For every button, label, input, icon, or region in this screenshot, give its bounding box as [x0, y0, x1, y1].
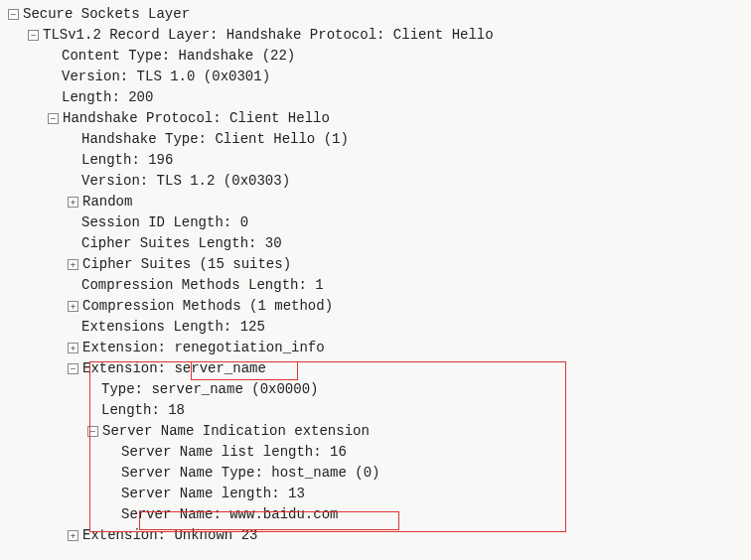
label: Length: 200 — [62, 87, 153, 108]
label: Version: TLS 1.2 (0x0303) — [81, 171, 290, 192]
tree-row-sni-list-len[interactable]: Server Name list length: 16 — [0, 442, 751, 463]
label: Server Name: www.baidu.com — [121, 504, 338, 525]
tree-row-handshake-version[interactable]: Version: TLS 1.2 (0x0303) — [0, 171, 751, 192]
tree-row-random[interactable]: + Random — [0, 192, 751, 212]
label-prefix: Extension: — [82, 358, 174, 379]
tree-row-sni-name-type[interactable]: Server Name Type: host_name (0) — [0, 463, 751, 484]
label: Cipher Suites Length: 30 — [81, 233, 282, 254]
tree-row-sni-name-value[interactable]: Server Name: www.baidu.com — [0, 504, 751, 525]
collapse-icon[interactable]: − — [48, 113, 59, 124]
tree-row-ext-unknown[interactable]: + Extension: Unknown 23 — [0, 525, 751, 546]
label: Server Name Indication extension — [102, 421, 370, 442]
expand-icon[interactable]: + — [68, 259, 78, 270]
collapse-icon[interactable]: − — [28, 30, 39, 41]
tree-row-handshake-type[interactable]: Handshake Type: Client Hello (1) — [0, 129, 751, 150]
collapse-icon[interactable]: − — [68, 363, 78, 374]
expand-icon[interactable]: + — [68, 530, 78, 541]
tree-row-sni-ext[interactable]: − Server Name Indication extension — [0, 421, 751, 442]
label: Handshake Type: Client Hello (1) — [81, 129, 349, 150]
tree-row-record-length[interactable]: Length: 200 — [0, 87, 751, 108]
label: Version: TLS 1.0 (0x0301) — [62, 67, 270, 87]
tree-row-cipher-suites[interactable]: + Cipher Suites (15 suites) — [0, 254, 751, 275]
tree-row-ext-reneg[interactable]: + Extension: renegotiation_info — [0, 338, 751, 358]
label: Extensions Length: 125 — [81, 317, 265, 338]
label: Handshake Protocol: Client Hello — [63, 108, 330, 129]
tree-row-handshake-length[interactable]: Length: 196 — [0, 150, 751, 171]
label: Extension: Unknown 23 — [82, 525, 257, 546]
tree-row-record-version[interactable]: Version: TLS 1.0 (0x0301) — [0, 67, 751, 87]
expand-icon[interactable]: + — [68, 343, 78, 353]
tree-row-ssl[interactable]: − Secure Sockets Layer — [0, 4, 751, 25]
tree-row-sni-type[interactable]: Type: server_name (0x0000) — [0, 379, 751, 400]
tree-row-ext-sni[interactable]: − Extension: server_name — [0, 358, 751, 379]
label: Content Type: Handshake (22) — [62, 46, 295, 67]
tree-row-record[interactable]: − TLSv1.2 Record Layer: Handshake Protoc… — [0, 25, 751, 46]
label: Session ID Length: 0 — [81, 212, 248, 233]
tree-row-ext-len[interactable]: Extensions Length: 125 — [0, 317, 751, 338]
label: Extension: renegotiation_info — [82, 338, 325, 358]
label: Server Name Type: host_name (0) — [121, 463, 379, 484]
tree-row-comp-methods[interactable]: + Compression Methods (1 method) — [0, 296, 751, 317]
label: Server Name list length: 16 — [121, 442, 347, 463]
tree-row-comp-len[interactable]: Compression Methods Length: 1 — [0, 275, 751, 296]
collapse-icon[interactable]: − — [8, 9, 19, 20]
label: Length: 18 — [101, 400, 185, 421]
label: Type: server_name (0x0000) — [101, 379, 318, 400]
label: Server Name length: 13 — [121, 484, 305, 504]
tree-row-sni-length[interactable]: Length: 18 — [0, 400, 751, 421]
label: Length: 196 — [81, 150, 173, 171]
tree-row-handshake[interactable]: − Handshake Protocol: Client Hello — [0, 108, 751, 129]
label: Cipher Suites (15 suites) — [82, 254, 291, 275]
tree-row-content-type[interactable]: Content Type: Handshake (22) — [0, 46, 751, 67]
label: TLSv1.2 Record Layer: Handshake Protocol… — [43, 25, 494, 46]
label: Compression Methods (1 method) — [82, 296, 333, 317]
tree-row-session-id-len[interactable]: Session ID Length: 0 — [0, 212, 751, 233]
label: Compression Methods Length: 1 — [81, 275, 324, 296]
tree-row-cipher-len[interactable]: Cipher Suites Length: 30 — [0, 233, 751, 254]
label: Secure Sockets Layer — [23, 4, 190, 25]
collapse-icon[interactable]: − — [87, 426, 98, 437]
label-server-name: server_name — [174, 358, 265, 379]
tree-row-sni-name-len[interactable]: Server Name length: 13 — [0, 484, 751, 504]
expand-icon[interactable]: + — [68, 197, 78, 208]
expand-icon[interactable]: + — [68, 301, 78, 312]
label: Random — [82, 192, 132, 212]
